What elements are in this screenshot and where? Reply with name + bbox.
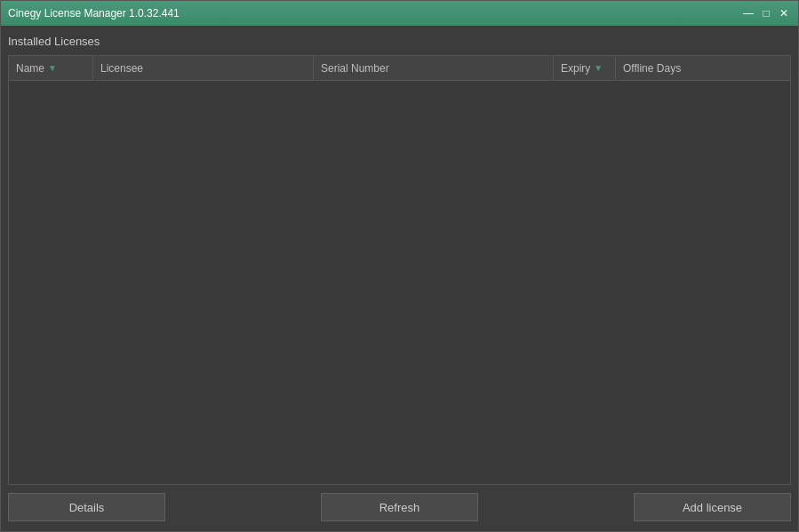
table-header: Name ▼ Licensee Serial Number Expiry ▼ O… — [9, 56, 790, 81]
col-header-offline[interactable]: Offline Days — [616, 56, 696, 80]
window-controls: — □ ✕ — [741, 6, 791, 20]
minimize-button[interactable]: — — [741, 6, 755, 20]
bottom-bar: Details Refresh Add license — [8, 490, 791, 524]
window-title: Cinegy License Manager 1.0.32.441 — [8, 7, 180, 20]
maximize-button[interactable]: □ — [759, 6, 773, 20]
col-expiry-label: Expiry — [561, 62, 590, 75]
name-filter-icon[interactable]: ▼ — [48, 63, 57, 73]
main-window: Cinegy License Manager 1.0.32.441 — □ ✕ … — [0, 0, 799, 532]
col-licensee-label: Licensee — [100, 62, 143, 75]
licenses-table: Name ▼ Licensee Serial Number Expiry ▼ O… — [8, 55, 791, 485]
section-title: Installed Licenses — [8, 33, 791, 50]
expiry-filter-icon[interactable]: ▼ — [594, 63, 603, 73]
details-button[interactable]: Details — [8, 493, 165, 521]
col-header-name[interactable]: Name ▼ — [9, 56, 93, 80]
table-body — [9, 81, 790, 484]
close-button[interactable]: ✕ — [777, 6, 791, 20]
col-header-expiry[interactable]: Expiry ▼ — [554, 56, 616, 80]
col-offline-label: Offline Days — [623, 62, 681, 75]
col-serial-label: Serial Number — [321, 62, 389, 75]
col-header-serial[interactable]: Serial Number — [314, 56, 554, 80]
add-license-button[interactable]: Add license — [634, 493, 791, 521]
col-header-licensee[interactable]: Licensee — [93, 56, 314, 80]
refresh-button[interactable]: Refresh — [321, 493, 478, 521]
col-name-label: Name — [16, 62, 44, 75]
title-bar: Cinegy License Manager 1.0.32.441 — □ ✕ — [1, 1, 798, 26]
content-area: Installed Licenses Name ▼ Licensee Seria… — [1, 26, 798, 531]
